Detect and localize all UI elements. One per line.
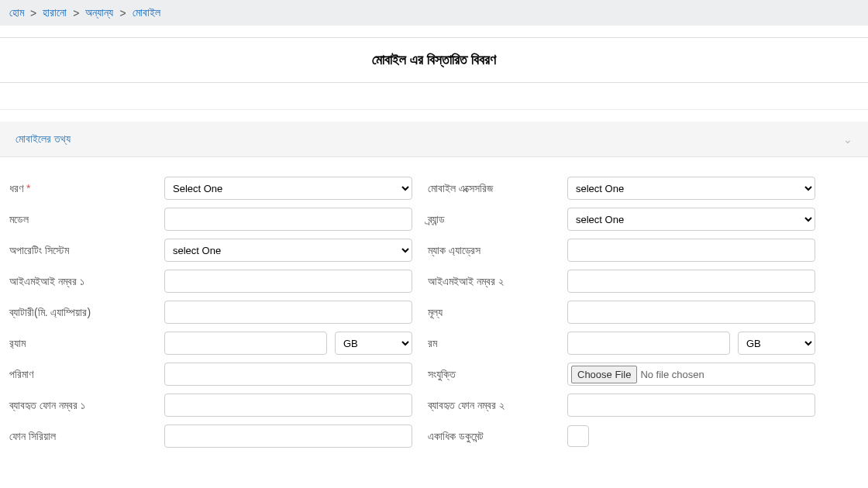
breadcrumb-mobile[interactable]: মোবাইল — [133, 6, 160, 19]
label-multi-doc: একাধিক ডকুমেন্ট — [412, 430, 567, 443]
page-title-bar: মোবাইল এর বিস্তারিত বিবরণ — [0, 37, 868, 83]
form-body: ধরণ * Select One মোবাইল এক্সেসরিজ select… — [0, 157, 868, 471]
input-imei1[interactable] — [164, 270, 412, 293]
select-ram-unit[interactable]: GB — [335, 332, 412, 355]
label-battery: ব্যাটারী(মি. এ্যাম্পিয়ার) — [9, 306, 164, 319]
label-quantity: পরিমাণ — [9, 368, 164, 381]
label-attachment: সংযুক্তি — [412, 368, 567, 381]
select-brand[interactable]: select One — [567, 208, 815, 231]
breadcrumb-sep: > — [119, 7, 126, 19]
input-rom[interactable] — [567, 332, 730, 355]
panel-header-mobile-info[interactable]: মোবাইলের তথ্য ⌄ — [0, 122, 868, 157]
label-os: অপারেটিং সিস্টেম — [9, 244, 164, 257]
chevron-down-icon: ⌄ — [843, 133, 852, 146]
label-brand: ব্র্যান্ড — [412, 213, 567, 226]
breadcrumb-lost[interactable]: হারানো — [43, 6, 67, 19]
input-price[interactable] — [567, 301, 815, 324]
select-type[interactable]: Select One — [164, 177, 412, 200]
label-mac: ম্যাক এ্যাড্রেস — [412, 244, 567, 257]
page-title: মোবাইল এর বিস্তারিত বিবরণ — [372, 52, 496, 67]
input-model[interactable] — [164, 208, 412, 231]
input-mac[interactable] — [567, 239, 815, 262]
input-imei2[interactable] — [567, 270, 815, 293]
label-imei1: আইএমইআই নম্বর ১ — [9, 275, 164, 288]
label-price: মূল্য — [412, 306, 567, 319]
label-rom: রম — [412, 337, 567, 350]
input-used-phone1[interactable] — [164, 393, 412, 417]
input-ram[interactable] — [164, 332, 327, 355]
label-ram: র‍্যাম — [9, 337, 164, 350]
breadcrumb-others[interactable]: অন্যান্য — [85, 6, 113, 19]
input-quantity[interactable] — [164, 363, 412, 386]
label-used-phone1: ব্যাবহৃত ফোন নম্বর ১ — [9, 399, 164, 412]
input-battery[interactable] — [164, 301, 412, 324]
label-imei2: আইএমইআই নম্বর ২ — [412, 275, 567, 288]
select-os[interactable]: select One — [164, 239, 412, 262]
label-model: মডেল — [9, 213, 164, 226]
file-status-text: No file chosen — [640, 369, 704, 380]
select-rom-unit[interactable]: GB — [738, 332, 815, 355]
checkbox-multi-doc[interactable] — [567, 425, 589, 447]
label-phone-serial: ফোন সিরিয়াল — [9, 430, 164, 443]
breadcrumb-sep: > — [30, 7, 36, 19]
breadcrumb: হোম > হারানো > অন্যান্য > মোবাইল — [0, 0, 868, 26]
choose-file-button[interactable]: Choose File — [571, 366, 637, 383]
input-phone-serial[interactable] — [164, 424, 412, 448]
label-accessories: মোবাইল এক্সেসরিজ — [412, 182, 567, 195]
label-type: ধরণ * — [9, 182, 164, 195]
breadcrumb-sep: > — [73, 7, 79, 19]
panel-header-title: মোবাইলের তথ্য — [16, 132, 71, 146]
select-accessories[interactable]: select One — [567, 177, 815, 200]
spacer — [0, 83, 868, 110]
breadcrumb-home[interactable]: হোম — [9, 6, 24, 19]
input-used-phone2[interactable] — [567, 393, 815, 417]
label-used-phone2: ব্যাবহৃত ফোন নম্বর ২ — [412, 399, 567, 412]
file-input-attachment[interactable]: Choose File No file chosen — [567, 363, 815, 386]
